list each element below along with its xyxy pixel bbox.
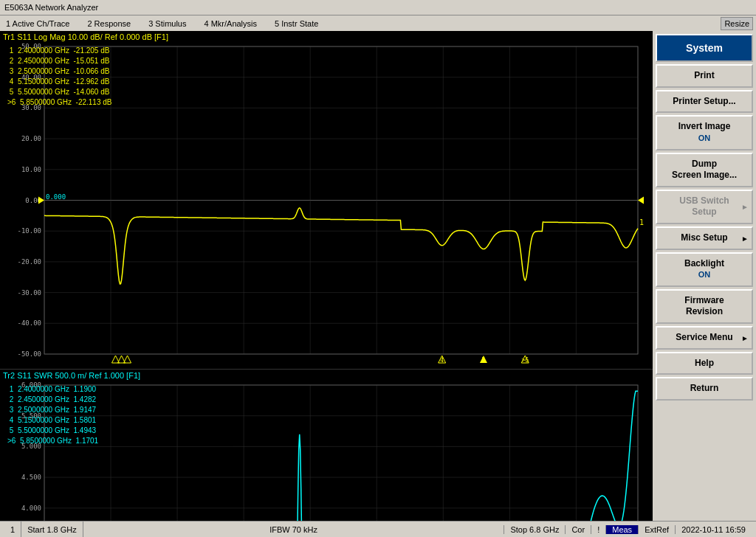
resize-button[interactable]: Resize xyxy=(721,17,753,30)
status-meas: Meas xyxy=(605,525,638,534)
trace1-canvas xyxy=(0,43,653,369)
title-bar: E5063A Network Analyzer xyxy=(0,0,756,15)
status-datetime: 2022-10-11 16:59 xyxy=(675,525,752,534)
backlight-button[interactable]: Backlight ON xyxy=(656,252,753,287)
printer-setup-button[interactable]: Printer Setup... xyxy=(656,90,753,114)
status-bar: 1 Start 1.8 GHz IFBW 70 kHz Stop 6.8 GHz… xyxy=(0,521,756,537)
sidebar: System Print Printer Setup... Invert Ima… xyxy=(653,31,756,521)
chart-area: Tr1 S11 Log Mag 10.00 dB/ Ref 0.000 dB [… xyxy=(0,31,653,521)
status-cor: Cor xyxy=(565,525,591,534)
trace2-header: Tr2 S11 SWR 500.0 m/ Ref 1.000 [F1] xyxy=(0,370,653,381)
status-ch: 1 xyxy=(4,522,21,537)
menu-response[interactable]: 2 Response xyxy=(84,18,134,30)
firmware-revision-button[interactable]: FirmwareRevision xyxy=(656,289,753,324)
window-title: E5063A Network Analyzer xyxy=(4,3,98,12)
menu-stimulus[interactable]: 3 Stimulus xyxy=(145,18,189,30)
help-button[interactable]: Help xyxy=(656,352,753,375)
status-start-freq: Start 1.8 GHz xyxy=(21,522,83,537)
status-ifbw: IFBW 70 kHz xyxy=(83,522,504,537)
menu-bar: 1 Active Ch/Trace 2 Response 3 Stimulus … xyxy=(0,15,756,31)
menu-mkr-analysis[interactable]: 4 Mkr/Analysis xyxy=(201,18,260,30)
print-button[interactable]: Print xyxy=(656,64,753,88)
trace2-label: Tr2 S11 SWR 500.0 m/ Ref 1.000 [F1] xyxy=(3,371,140,380)
status-excl: ! xyxy=(591,525,605,534)
usb-switch-button: USB SwitchSetup ► xyxy=(656,190,753,224)
chart2-section: 1 2.4000000 GHz 1.1900 2 2.4500000 GHz 1… xyxy=(0,381,653,521)
menu-instr-state[interactable]: 5 Instr State xyxy=(272,18,321,30)
status-stop-freq: Stop 6.8 GHz xyxy=(504,525,565,534)
system-button[interactable]: System xyxy=(656,34,753,62)
chart1-section: 1 2.4000000 GHz -21.205 dB 2 2.4500000 G… xyxy=(0,43,653,370)
invert-image-button[interactable]: Invert Image ON xyxy=(656,115,753,150)
dump-screen-button[interactable]: DumpScreen Image... xyxy=(656,153,753,187)
menu-active-ch[interactable]: 1 Active Ch/Trace xyxy=(3,18,72,30)
return-button[interactable]: Return xyxy=(656,377,753,401)
status-extref: ExtRef xyxy=(638,525,675,534)
trace1-label: Tr1 S11 Log Mag 10.00 dB/ Ref 0.000 dB [… xyxy=(3,32,168,41)
trace2-canvas xyxy=(0,381,653,521)
main-area: Tr1 S11 Log Mag 10.00 dB/ Ref 0.000 dB [… xyxy=(0,31,756,521)
misc-setup-button[interactable]: Misc Setup ► xyxy=(656,226,753,250)
trace1-header: Tr1 S11 Log Mag 10.00 dB/ Ref 0.000 dB [… xyxy=(0,31,653,43)
status-right: Stop 6.8 GHz Cor ! Meas ExtRef 2022-10-1… xyxy=(504,525,752,534)
service-menu-button[interactable]: Service Menu ► xyxy=(656,326,753,350)
